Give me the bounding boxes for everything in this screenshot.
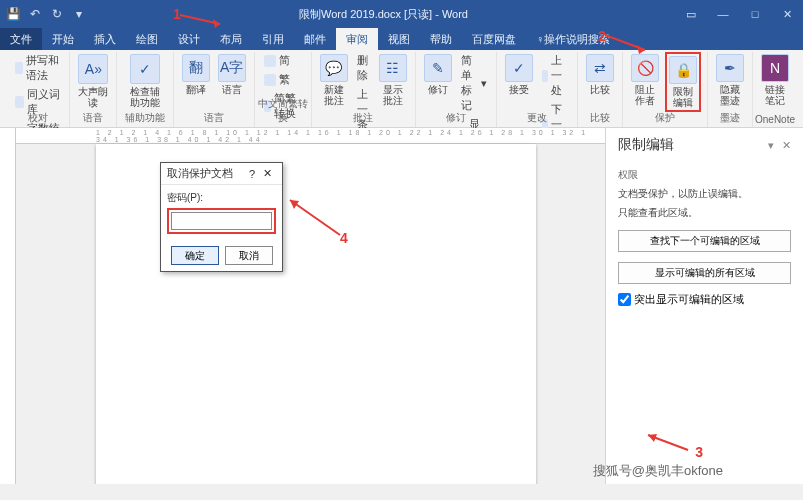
tab-baidunetdisk[interactable]: 百度网盘	[462, 28, 526, 50]
ribbon-options-icon[interactable]: ▭	[681, 4, 701, 24]
undo-icon[interactable]: ↶	[28, 7, 42, 21]
tab-tellme[interactable]: ♀ 操作说明搜索	[526, 28, 620, 50]
group-onenote: N链接笔记 OneNote	[753, 52, 797, 127]
password-input-highlight	[167, 208, 276, 234]
dialog-title: 取消保护文档	[167, 166, 233, 181]
linked-notes-button[interactable]: N链接笔记	[759, 52, 791, 108]
workspace: 1 2 1 2 1 4 1 6 1 8 1 10 1 12 1 14 1 16 …	[0, 128, 605, 484]
tab-view[interactable]: 视图	[378, 28, 420, 50]
tab-references[interactable]: 引用	[252, 28, 294, 50]
track-changes-button[interactable]: ✎修订	[422, 52, 454, 97]
tab-design[interactable]: 设计	[168, 28, 210, 50]
cancel-button[interactable]: 取消	[225, 246, 273, 265]
group-compare: ⇄比较 比较	[578, 52, 623, 127]
translate-button[interactable]: 翻翻译	[180, 52, 212, 97]
show-comments-button[interactable]: ☷显示批注	[377, 52, 409, 108]
group-speech: A»大声朗读 语音	[70, 52, 117, 127]
language-button[interactable]: A字语言	[216, 52, 248, 97]
tab-insert[interactable]: 插入	[84, 28, 126, 50]
prev-comment-button[interactable]: 上一条	[354, 86, 373, 133]
display-dropdown[interactable]: 简单标记 ▾	[458, 52, 490, 114]
ribbon: 拼写和语法 同义词库 字数统计 校对 A»大声朗读 语音 ✓检查辅助功能 辅助功…	[0, 50, 803, 128]
pane-text-2: 只能查看此区域。	[618, 205, 791, 220]
pane-title: 限制编辑	[618, 136, 674, 154]
unprotect-document-dialog: 取消保护文档 ? ✕ 密码(P): 确定 取消	[160, 162, 283, 272]
dialog-titlebar[interactable]: 取消保护文档 ? ✕	[161, 163, 282, 185]
simplified-button[interactable]: 简	[261, 52, 305, 69]
ok-button[interactable]: 确定	[171, 246, 219, 265]
titlebar: 💾 ↶ ↻ ▾ 限制Word 2019.docx [只读] - Word ▭ —…	[0, 0, 803, 28]
watermark: 搜狐号@奥凯丰okfone	[593, 462, 723, 480]
group-accessibility: ✓检查辅助功能 辅助功能	[117, 52, 173, 127]
dialog-help-icon[interactable]: ?	[245, 168, 259, 180]
group-label: 校对	[6, 111, 69, 125]
group-comments: 💬新建批注 删除 上一条 下一条 ☷显示批注 批注	[312, 52, 416, 127]
compare-button[interactable]: ⇄比较	[584, 52, 616, 97]
tab-mailings[interactable]: 邮件	[294, 28, 336, 50]
minimize-button[interactable]: —	[713, 4, 733, 24]
highlight-regions-checkbox[interactable]: 突出显示可编辑的区域	[618, 292, 791, 307]
window-title: 限制Word 2019.docx [只读] - Word	[86, 7, 681, 22]
group-chinese: 简 繁 简繁转换 中文简繁转换	[255, 52, 312, 127]
tab-file[interactable]: 文件	[0, 28, 42, 50]
read-aloud-button[interactable]: A»大声朗读	[76, 52, 110, 110]
new-comment-button[interactable]: 💬新建批注	[318, 52, 350, 108]
check-accessibility-button[interactable]: ✓检查辅助功能	[123, 52, 166, 110]
tab-help[interactable]: 帮助	[420, 28, 462, 50]
hide-ink-button[interactable]: ✒隐藏墨迹	[714, 52, 746, 108]
tab-draw[interactable]: 绘图	[126, 28, 168, 50]
delete-comment-button[interactable]: 删除	[354, 52, 373, 84]
horizontal-ruler[interactable]: 1 2 1 2 1 4 1 6 1 8 1 10 1 12 1 14 1 16 …	[16, 128, 605, 144]
tab-home[interactable]: 开始	[42, 28, 84, 50]
group-language: 翻翻译 A字语言 语言	[174, 52, 255, 127]
prev-change-button[interactable]: 上一处	[539, 52, 571, 99]
window-controls: ▭ — □ ✕	[681, 4, 797, 24]
find-next-region-button[interactable]: 查找下一个可编辑的区域	[618, 230, 791, 252]
accept-button[interactable]: ✓接受	[503, 52, 535, 97]
block-authors-button[interactable]: 🚫阻止作者	[629, 52, 661, 108]
close-button[interactable]: ✕	[777, 4, 797, 24]
restrict-editing-pane: 限制编辑 ▾ ✕ 权限 文档受保护，以防止误编辑。 只能查看此区域。 查找下一个…	[605, 128, 803, 484]
maximize-button[interactable]: □	[745, 4, 765, 24]
ribbon-tabs: 文件 开始 插入 绘图 设计 布局 引用 邮件 审阅 视图 帮助 百度网盘 ♀ …	[0, 28, 803, 50]
group-tracking: ✎修订 简单标记 ▾ 显示标记 审阅窗格 修订	[416, 52, 497, 127]
vertical-ruler[interactable]	[0, 128, 16, 484]
tab-layout[interactable]: 布局	[210, 28, 252, 50]
password-input[interactable]	[171, 212, 272, 230]
qat-dropdown-icon[interactable]: ▾	[72, 7, 86, 21]
group-changes: ✓接受 上一处 下一处 更改	[497, 52, 578, 127]
redo-icon[interactable]: ↻	[50, 7, 64, 21]
pane-section-label: 权限	[618, 168, 791, 182]
quick-access-toolbar: 💾 ↶ ↻ ▾	[6, 7, 86, 21]
password-label: 密码(P):	[167, 191, 276, 205]
group-ink: ✒隐藏墨迹 墨迹	[708, 52, 753, 127]
show-all-regions-button[interactable]: 显示可编辑的所有区域	[618, 262, 791, 284]
group-proofing: 拼写和语法 同义词库 字数统计 校对	[6, 52, 70, 127]
spelling-button[interactable]: 拼写和语法	[12, 52, 63, 84]
group-protect: 🚫阻止作者 🔒限制编辑 保护	[623, 52, 708, 127]
tab-review[interactable]: 审阅	[336, 28, 378, 50]
pane-text-1: 文档受保护，以防止误编辑。	[618, 186, 791, 201]
pane-close-icon[interactable]: ✕	[782, 139, 791, 152]
save-icon[interactable]: 💾	[6, 7, 20, 21]
traditional-button[interactable]: 繁	[261, 71, 305, 88]
restrict-editing-button[interactable]: 🔒限制编辑	[665, 52, 701, 112]
dialog-close-icon[interactable]: ✕	[259, 167, 276, 180]
pane-dropdown-icon[interactable]: ▾	[768, 139, 774, 152]
document-area[interactable]: 1 2 1 2 1 4 1 6 1 8 1 10 1 12 1 14 1 16 …	[16, 128, 605, 484]
